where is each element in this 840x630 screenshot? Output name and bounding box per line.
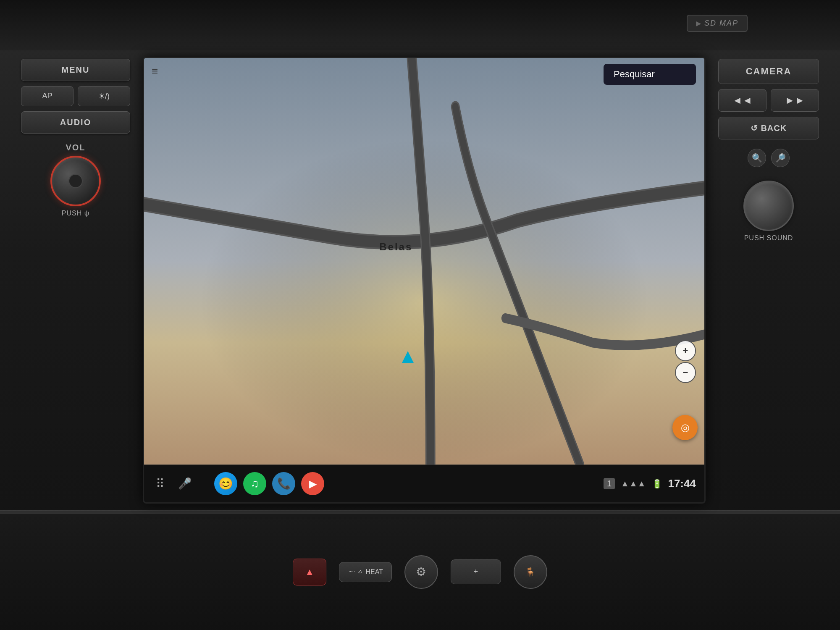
right-vol-section: PUSH SOUND bbox=[718, 181, 819, 242]
menu-button[interactable]: MENU bbox=[21, 59, 130, 81]
prev-track-button[interactable]: ◄◄ bbox=[718, 89, 766, 112]
heat-icon: 〰 bbox=[348, 568, 354, 576]
search-bar[interactable]: Pesquisar bbox=[604, 64, 696, 85]
apps-grid-button[interactable]: ⠿ bbox=[152, 473, 168, 494]
battery-icon: 🔋 bbox=[652, 479, 662, 489]
radio-app-icon[interactable]: ▶ bbox=[301, 472, 324, 495]
ap-button[interactable]: AP bbox=[21, 86, 74, 106]
screen-container: ≡ Pesquisar Belas + − ◎ bbox=[143, 50, 706, 510]
zoom-plus-right[interactable]: 🔎 bbox=[771, 149, 790, 167]
back-button[interactable]: ↺ BACK bbox=[718, 117, 819, 139]
push-label: PUSH ψ bbox=[62, 210, 89, 217]
waze-app-icon[interactable]: 😊 bbox=[214, 472, 237, 495]
map-roads-svg bbox=[144, 58, 704, 465]
left-panel: MENU AP ☀/) AUDIO VOL PUSH ψ bbox=[17, 50, 134, 510]
signal-icon: ▲▲▲ bbox=[621, 479, 646, 488]
right-panel: CAMERA ◄◄ ►► ↺ BACK 🔍 🔎 PUSH SOUND bbox=[714, 50, 823, 510]
heat-button[interactable]: 〰 ꩜ HEAT bbox=[339, 562, 392, 582]
map-area[interactable]: ≡ Pesquisar Belas + − ◎ bbox=[144, 58, 704, 465]
location-label: Belas bbox=[379, 241, 412, 253]
hazard-button[interactable]: ▲ bbox=[293, 559, 326, 585]
main-row: MENU AP ☀/) AUDIO VOL PUSH ψ bbox=[0, 50, 840, 510]
network-badge: 1 bbox=[604, 478, 615, 489]
vol-section: VOL PUSH ψ bbox=[21, 143, 130, 217]
spotify-app-icon[interactable]: ♫ bbox=[243, 472, 266, 495]
app-icons-row: 😊 ♫ 📞 ▶ bbox=[214, 472, 324, 495]
google-mic-button[interactable]: 🎤 bbox=[175, 474, 195, 494]
navigation-arrow bbox=[402, 351, 414, 363]
seat-icon: 🪑 bbox=[525, 567, 536, 577]
camera-button[interactable]: CAMERA bbox=[718, 59, 819, 84]
main-screen: ≡ Pesquisar Belas + − ◎ bbox=[143, 57, 706, 504]
zoom-minus-right[interactable]: 🔍 bbox=[748, 149, 766, 167]
hazard-icon: ▲ bbox=[305, 567, 314, 577]
fan-icon: ⚙ bbox=[416, 565, 426, 579]
time-display: 17:44 bbox=[668, 477, 696, 490]
zoom-controls: + − bbox=[675, 340, 696, 383]
location-button[interactable]: ◎ bbox=[672, 415, 698, 440]
sd-card-slot: ▶ SD MAP bbox=[687, 15, 748, 32]
search-controls: 🔍 🔎 bbox=[718, 149, 819, 167]
sd-slot-label: SD MAP bbox=[704, 19, 738, 28]
top-bezel: ▶ SD MAP bbox=[0, 0, 840, 50]
seat-dial[interactable]: 🪑 bbox=[514, 555, 547, 589]
hamburger-menu-icon[interactable]: ≡ bbox=[152, 66, 158, 76]
heat-label: ꩜ HEAT bbox=[357, 568, 383, 576]
next-track-button[interactable]: ►► bbox=[771, 89, 819, 112]
vol-knob[interactable] bbox=[50, 156, 101, 206]
car-infotainment-unit: ▶ SD MAP MENU AP ☀/) AUDIO VOL PUSH ψ bbox=[0, 0, 840, 630]
zoom-in-button[interactable]: + bbox=[675, 340, 696, 361]
zoom-out-button[interactable]: − bbox=[675, 362, 696, 383]
audio-button[interactable]: AUDIO bbox=[21, 111, 130, 134]
plus-button[interactable]: + bbox=[451, 559, 501, 584]
media-controls-row: ◄◄ ►► bbox=[718, 89, 819, 112]
status-area: 1 ▲▲▲ 🔋 17:44 bbox=[604, 477, 696, 490]
brightness-button[interactable]: ☀/) bbox=[78, 86, 130, 106]
phone-app-icon[interactable]: 📞 bbox=[272, 472, 295, 495]
android-auto-bottom-bar: ⠿ 🎤 😊 ♫ 📞 ▶ 1 ▲▲▲ bbox=[144, 465, 704, 502]
push-sound-label: PUSH SOUND bbox=[744, 234, 793, 242]
climate-controls-strip: ▲ 〰 ꩜ HEAT ⚙ + 🪑 bbox=[0, 512, 840, 630]
vol-label: VOL bbox=[66, 143, 85, 152]
right-knob[interactable] bbox=[743, 181, 794, 231]
ap-brightness-row: AP ☀/) bbox=[21, 86, 130, 106]
fan-dial[interactable]: ⚙ bbox=[404, 555, 438, 589]
